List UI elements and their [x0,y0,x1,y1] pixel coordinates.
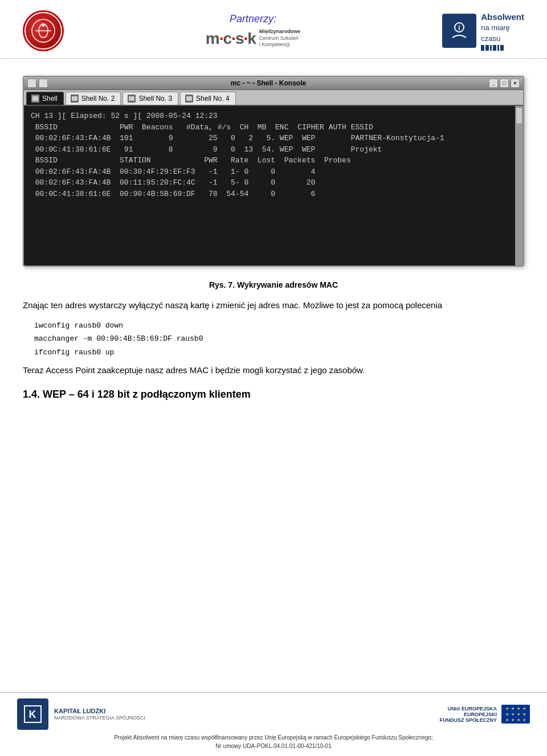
code-line: macchanger -m 00:90:4B:5B:69:DF rausb0 [34,332,524,345]
figure-caption: Rys. 7. Wykrywanie adresów MAC [23,280,524,289]
stripe-3 [490,45,492,51]
terminal-line: CH 13 ][ Elapsed: 52 s ][ 2008-05-24 12:… [31,111,508,122]
stripe-1 [481,45,484,51]
ue-flag: ★ ★ ★ ★ ★ ★ ★ ★ ★ ★ ★ ★ [501,705,530,724]
tab-shell[interactable]: Shell [26,92,64,105]
footer-logos: K KAPITAŁ LUDZKI NARODOWA STRATEGIA SPÓJ… [17,698,530,730]
terminal-line: 00:02:6F:43:FA:4B 101 9 25 0 2 5. WEP WE… [31,133,508,144]
titlebar-controls: _ □ × [489,79,520,88]
tab-shell-3-icon [128,95,136,103]
ue-line2: EUROPEJSKI [439,712,497,717]
scrollbar-track[interactable] [515,106,523,265]
terminal-tabs: Shell Shell No. 2 Shell No. 3 Shell No. … [24,90,523,106]
star-10: ★ [511,718,515,722]
star-1: ★ [505,706,509,711]
ue-line3: FUNDUSZ SPOŁECZNY [439,717,497,723]
mcsk-letters: m·c·s·k [206,30,256,48]
code-block: iwconfig rausb0 downmacchanger -m 00:90:… [34,319,524,359]
tab-shell-icon [31,95,39,103]
header-left [23,10,64,51]
star-12: ★ [522,718,526,722]
kapital-logo-icon: K [17,698,48,730]
terminal-line: BSSID STATION PWR Rate Lost Packets Prob… [31,155,508,166]
logo-svg [31,18,56,43]
absolwent-icon: i [442,14,476,48]
eu-stars: ★ ★ ★ ★ ★ ★ ★ ★ ★ ★ ★ ★ [505,706,526,722]
stripe-4 [493,45,496,51]
star-6: ★ [511,712,515,717]
titlebar-btn-2[interactable] [39,79,48,88]
header-right: i Absolwent na miarę czasu [442,11,524,50]
tab-shell-3-label: Shell No. 3 [138,95,172,103]
kapital-svg: K [23,704,43,724]
mcsk-logo: m·c·s·k Międzynarodowe Centrum Szkoleń i… [206,28,301,48]
tab-shell-2-icon [71,95,79,103]
terminal-window: mc - ~ - Shell - Konsole _ □ × Shell She… [23,76,524,267]
svg-text:K: K [29,709,36,720]
scrollbar-thumb[interactable] [516,107,522,124]
footer-right: UNIA EUROPEJSKA EUROPEJSKI FUNDUSZ SPOŁE… [439,705,530,724]
absolwent-line1: Absolwent [481,11,524,23]
kapital-main: KAPITAŁ LUDZKI [54,707,145,715]
terminal-body: CH 13 ][ Elapsed: 52 s ][ 2008-05-24 12:… [24,106,515,265]
code-line: iwconfig rausb0 down [34,319,524,332]
star-5: ★ [505,712,509,717]
star-3: ★ [516,706,521,711]
code-line: ifconfig rausb0 up [34,346,524,359]
header-center: Partnerzy: m·c·s·k Międzynarodowe Centru… [206,13,301,48]
tab-shell-3[interactable]: Shell No. 3 [123,92,178,105]
star-9: ★ [505,718,509,722]
close-button[interactable]: × [511,79,520,88]
main-content: mc - ~ - Shell - Konsole _ □ × Shell She… [0,59,547,421]
terminal-line: 00:0C:41:38:61:6E 00:90:4B:5B:69:DF 78 5… [31,189,508,200]
absolwent-line2: na miarę [481,23,524,33]
star-7: ★ [516,712,521,717]
footer-left: K KAPITAŁ LUDZKI NARODOWA STRATEGIA SPÓJ… [17,698,145,730]
ue-text: UNIA EUROPEJSKA EUROPEJSKI FUNDUSZ SPOŁE… [439,706,497,723]
paragraph-1: Znając ten adres wystarczy wyłączyć nasz… [23,299,524,312]
tab-shell-4-label: Shell No. 4 [196,95,230,103]
mcsk-text: Międzynarodowe Centrum Szkoleń i Kompete… [259,28,301,48]
partnerzy-label: Partnerzy: [230,13,276,25]
footer-text-1: Projekt Absolwent na miarę czasu współfi… [17,733,530,750]
absolwent-text: Absolwent na miarę czasu [481,11,524,50]
terminal-titlebar: mc - ~ - Shell - Konsole _ □ × [24,77,523,90]
tab-shell-4[interactable]: Shell No. 4 [180,92,236,105]
tab-shell-2-label: Shell No. 2 [81,95,115,103]
svg-point-3 [42,23,45,27]
terminal-line: 00:02:6F:43:FA:4B 00:30:4F:29:EF:F3 -1 1… [31,166,508,178]
star-4: ★ [522,706,526,711]
absolwent-svg: i [448,19,471,42]
terminal-line: 00:0C:41:38:61:6E 91 8 9 0 13 54. WEP WE… [31,144,508,156]
titlebar-left [27,79,48,88]
paragraph-1-text: Znając ten adres wystarczy wyłączyć nasz… [23,300,442,310]
terminal-line: BSSID PWR Beacons #Data, #/s CH MB ENC C… [31,122,508,133]
stripe-2 [485,45,489,51]
footer-text-line1: Projekt Absolwent na miarę czasu współfi… [114,734,433,741]
terminal-with-scroll: CH 13 ][ Elapsed: 52 s ][ 2008-05-24 12:… [24,106,523,265]
minimize-button[interactable]: _ [489,79,498,88]
tab-shell-2[interactable]: Shell No. 2 [66,92,121,105]
footer-text-line2: Nr umowy UDA-POKL.04.01.01-00-421/10-01 [215,743,331,749]
absolwent-logo: i Absolwent na miarę czasu [442,11,524,50]
footer-kapital-text: KAPITAŁ LUDZKI NARODOWA STRATEGIA SPÓJNO… [54,707,145,722]
stripe-6 [500,45,504,51]
stripe-5 [497,45,499,51]
absolwent-stripes [481,45,524,51]
titlebar-btn-1[interactable] [27,79,36,88]
paragraph-2-text: Teraz Access Point zaakceptuje nasz adre… [23,365,365,375]
ue-line1: UNIA EUROPEJSKA [439,706,497,712]
star-11: ★ [516,718,521,722]
maximize-button[interactable]: □ [500,79,509,88]
left-logo [23,10,64,51]
section-heading: 1.4. WEP – 64 i 128 bit z podłączonym kl… [23,389,524,401]
footer: K KAPITAŁ LUDZKI NARODOWA STRATEGIA SPÓJ… [0,692,547,756]
absolwent-line3: czasu [481,34,524,44]
star-2: ★ [511,706,515,711]
mcsk-name2: Centrum Szkoleń [259,35,301,42]
svg-text:i: i [458,24,460,32]
page-wrapper: Partnerzy: m·c·s·k Międzynarodowe Centru… [0,0,547,756]
titlebar-title: mc - ~ - Shell - Konsole [48,79,489,87]
tab-shell-4-icon [185,95,193,103]
header: Partnerzy: m·c·s·k Międzynarodowe Centru… [0,0,547,59]
